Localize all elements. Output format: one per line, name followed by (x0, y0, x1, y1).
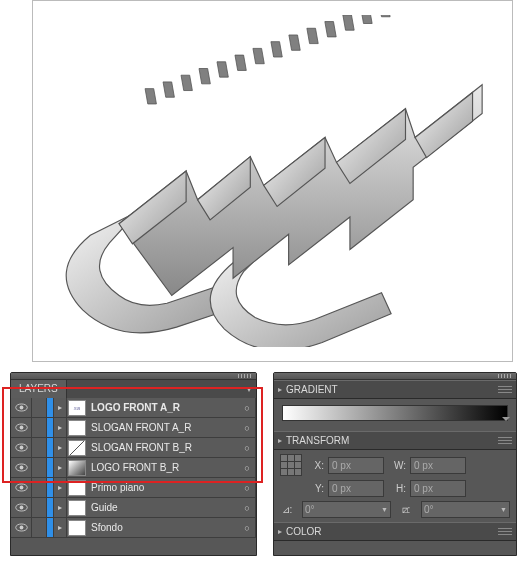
target-icon[interactable]: ○ (239, 418, 256, 437)
svg-rect-0 (145, 89, 156, 104)
svg-rect-2 (181, 76, 192, 91)
lock-cell[interactable] (32, 518, 47, 537)
y-label: Y: (306, 483, 324, 494)
target-icon[interactable]: ○ (239, 398, 256, 417)
artboard-preview (32, 0, 513, 362)
layer-name-label[interactable]: Primo piano (87, 482, 239, 493)
layer-color-chip (47, 418, 54, 437)
svg-rect-9 (307, 29, 318, 44)
layer-thumbnail (68, 420, 86, 436)
layer-row[interactable]: ▸Guide○ (11, 498, 256, 518)
target-icon[interactable]: ○ (239, 438, 256, 457)
lock-cell[interactable] (32, 398, 47, 417)
shear-icon: ⧄: (399, 504, 413, 516)
transform-section-header[interactable]: ▸ TRANSFORM (274, 431, 516, 450)
expand-triangle-icon[interactable]: ▸ (54, 398, 67, 417)
target-icon[interactable]: ○ (239, 478, 256, 497)
x-input[interactable]: 0 px (328, 457, 384, 474)
layer-color-chip (47, 438, 54, 457)
svg-rect-1 (163, 82, 174, 97)
svg-rect-13 (379, 15, 390, 17)
layer-thumbnail (68, 460, 86, 476)
layer-thumbnail (68, 480, 86, 496)
svg-rect-11 (343, 15, 354, 30)
layer-row[interactable]: ▸SLOGAN FRONT B_R○ (11, 438, 256, 458)
rotate-input[interactable]: 0°▼ (302, 501, 391, 518)
layer-row[interactable]: ▸saLOGO FRONT A_R○ (11, 398, 256, 418)
target-icon[interactable]: ○ (239, 498, 256, 517)
panel-menu-icon[interactable]: ▾ (242, 380, 256, 398)
layer-color-chip (47, 398, 54, 417)
lock-cell[interactable] (32, 438, 47, 457)
visibility-eye-icon[interactable] (11, 458, 32, 477)
svg-point-21 (19, 446, 23, 450)
visibility-eye-icon[interactable] (11, 438, 32, 457)
layer-color-chip (47, 498, 54, 517)
lock-cell[interactable] (32, 418, 47, 437)
layer-name-label[interactable]: SLOGAN FRONT B_R (87, 442, 239, 453)
layer-list-area: ▸saLOGO FRONT A_R○▸SLOGAN FRONT A_R○▸SLO… (11, 398, 256, 548)
svg-rect-7 (271, 42, 282, 57)
visibility-eye-icon[interactable] (11, 498, 32, 517)
layer-name-label[interactable]: LOGO FRONT B_R (87, 462, 239, 473)
gradient-slider[interactable] (282, 405, 508, 421)
visibility-eye-icon[interactable] (11, 478, 32, 497)
chevron-right-icon: ▸ (274, 436, 286, 445)
visibility-eye-icon[interactable] (11, 518, 32, 537)
layer-name-label[interactable]: Sfondo (87, 522, 239, 533)
svg-point-17 (19, 406, 23, 410)
panel-menu-icon[interactable] (498, 528, 512, 536)
layer-name-label[interactable]: Guide (87, 502, 239, 513)
svg-rect-5 (235, 56, 246, 71)
layer-thumbnail (68, 500, 86, 516)
shear-input[interactable]: 0°▼ (421, 501, 510, 518)
logo-graphic (52, 15, 493, 346)
layer-row[interactable]: ▸Sfondo○ (11, 518, 256, 538)
target-icon[interactable]: ○ (239, 518, 256, 537)
expand-triangle-icon[interactable]: ▸ (54, 438, 67, 457)
svg-point-29 (19, 526, 23, 530)
color-section-header[interactable]: ▸ COLOR (274, 522, 516, 541)
layer-color-chip (47, 458, 54, 477)
h-input[interactable]: 0 px (410, 480, 466, 497)
lock-cell[interactable] (32, 458, 47, 477)
layer-thumbnail: sa (68, 400, 86, 416)
target-icon[interactable]: ○ (239, 458, 256, 477)
w-input[interactable]: 0 px (410, 457, 466, 474)
layer-color-chip (47, 478, 54, 497)
svg-rect-10 (325, 22, 336, 37)
expand-triangle-icon[interactable]: ▸ (54, 458, 67, 477)
h-label: H: (388, 483, 406, 494)
gradient-section-header[interactable]: ▸ GRADIENT (274, 380, 516, 399)
y-input[interactable]: 0 px (328, 480, 384, 497)
rotate-icon: ⊿: (280, 504, 294, 515)
reference-point-selector[interactable] (280, 454, 302, 476)
visibility-eye-icon[interactable] (11, 418, 32, 437)
x-label: X: (306, 460, 324, 471)
visibility-eye-icon[interactable] (11, 398, 32, 417)
layer-row[interactable]: ▸LOGO FRONT B_R○ (11, 458, 256, 478)
lock-cell[interactable] (32, 478, 47, 497)
layers-tab[interactable]: LAYERS (11, 380, 67, 398)
layer-name-label[interactable]: SLOGAN FRONT A_R (87, 422, 239, 433)
chevron-right-icon: ▸ (274, 385, 286, 394)
layer-thumbnail (68, 440, 86, 456)
layer-thumbnail (68, 520, 86, 536)
svg-rect-3 (199, 69, 210, 84)
panel-menu-icon[interactable] (498, 437, 512, 445)
lock-cell[interactable] (32, 498, 47, 517)
chevron-right-icon: ▸ (274, 527, 286, 536)
expand-triangle-icon[interactable]: ▸ (54, 478, 67, 497)
panel-menu-icon[interactable] (498, 386, 512, 394)
layer-color-chip (47, 518, 54, 537)
expand-triangle-icon[interactable]: ▸ (54, 418, 67, 437)
layer-name-label[interactable]: LOGO FRONT A_R (87, 402, 239, 413)
svg-rect-4 (217, 62, 228, 77)
layer-row[interactable]: ▸SLOGAN FRONT A_R○ (11, 418, 256, 438)
expand-triangle-icon[interactable]: ▸ (54, 498, 67, 517)
panel-grip[interactable] (238, 374, 252, 378)
expand-triangle-icon[interactable]: ▸ (54, 518, 67, 537)
svg-point-27 (19, 506, 23, 510)
panel-grip[interactable] (498, 374, 512, 378)
layer-row[interactable]: ▸Primo piano○ (11, 478, 256, 498)
